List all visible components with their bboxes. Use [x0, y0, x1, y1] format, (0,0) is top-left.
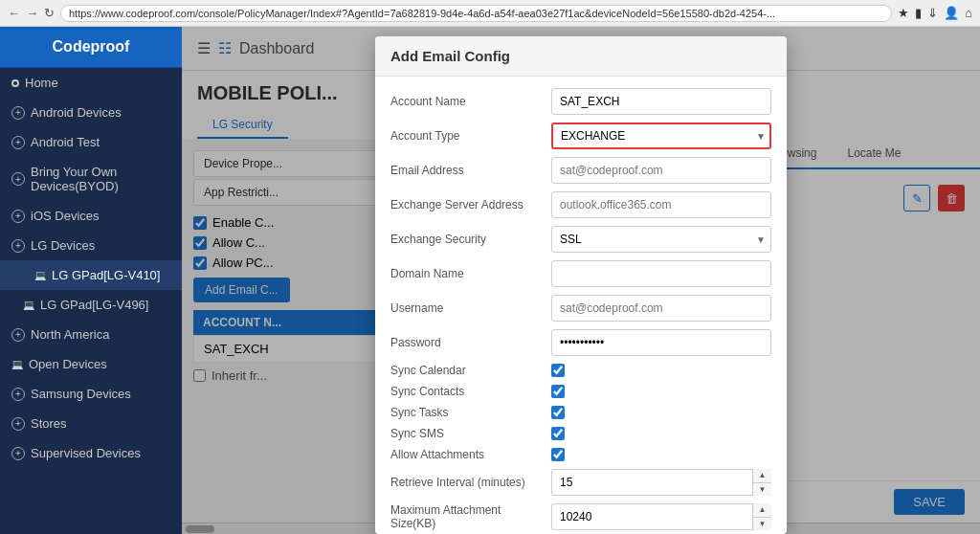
checkbox-sync-calendar[interactable]	[551, 364, 565, 377]
label-account-name: Account Name	[390, 95, 544, 108]
modal-overlay: Add Email Config Account Name Account Ty…	[182, 27, 980, 534]
plus-icon: +	[11, 328, 25, 342]
field-exchange-security: Exchange Security SSL TLS None ▼	[390, 226, 771, 253]
label-exchange-security: Exchange Security	[390, 233, 544, 246]
sidebar-item-stores[interactable]: + Stores	[0, 409, 182, 438]
label-sync-calendar: Sync Calendar	[390, 364, 544, 377]
person-icon[interactable]: 👤	[944, 6, 959, 20]
field-sync-sms: Sync SMS	[390, 427, 771, 440]
sidebar-brand: Codeproof	[0, 27, 182, 68]
sidebar-item-home[interactable]: Home	[0, 68, 182, 98]
field-max-attachment-size: Maximum Attachment Size(KB) ▲ ▼	[390, 503, 771, 530]
field-exchange-server: Exchange Server Address	[390, 191, 771, 218]
modal-title: Add Email Config	[375, 36, 787, 77]
spinner-retrieve-interval-wrap: ▲ ▼	[551, 469, 771, 496]
device-icon: 💻	[34, 270, 46, 280]
field-domain-name: Domain Name	[390, 260, 771, 287]
sidebar-item-label: LG GPad[LG-V496]	[40, 298, 148, 312]
forward-icon[interactable]: →	[26, 6, 38, 20]
sidebar-item-samsung[interactable]: + Samsung Devices	[0, 379, 182, 409]
sidebar-item-label: LG GPad[LG-V410]	[52, 268, 160, 282]
label-account-type: Account Type	[390, 129, 544, 143]
sidebar-item-label: Open Devices	[29, 357, 107, 371]
add-email-config-modal: Add Email Config Account Name Account Ty…	[375, 36, 787, 534]
browser-bar: ← → ↻ https://www.codeproof.com/console/…	[0, 0, 980, 27]
label-domain-name: Domain Name	[390, 267, 544, 280]
sidebar-item-label: LG Devices	[31, 238, 95, 253]
label-username: Username	[390, 301, 544, 315]
label-password: Password	[390, 336, 544, 349]
sidebar-item-ios[interactable]: + iOS Devices	[0, 201, 182, 231]
sidebar-item-label: Home	[25, 76, 58, 90]
label-retrieve-interval: Retrieve Interval (minutes)	[390, 476, 544, 489]
input-exchange-server[interactable]	[551, 191, 771, 218]
input-retrieve-interval[interactable]	[551, 469, 771, 496]
sidebar-item-android[interactable]: + Android Devices	[0, 98, 182, 127]
modal-body: Account Name Account Type EXCHANGE ▼	[375, 77, 787, 534]
star-icon[interactable]: ★	[898, 6, 909, 20]
sidebar-item-north-america[interactable]: + North America	[0, 320, 182, 349]
spinner-up-button[interactable]: ▲	[753, 469, 771, 483]
select-exchange-security[interactable]: SSL TLS None	[551, 226, 771, 253]
device-icon: 💻	[11, 359, 23, 369]
input-email-address[interactable]	[551, 157, 771, 184]
url-bar[interactable]: https://www.codeproof.com/console/Policy…	[60, 5, 892, 22]
field-sync-contacts: Sync Contacts	[390, 385, 771, 398]
download-icon[interactable]: ⇓	[927, 6, 938, 20]
spinner-max-attachment-wrap: ▲ ▼	[551, 503, 771, 530]
field-sync-calendar: Sync Calendar	[390, 364, 771, 377]
spinner-buttons: ▲ ▼	[752, 469, 771, 496]
field-account-name: Account Name	[390, 88, 771, 115]
plus-icon: +	[11, 172, 25, 186]
spinner-down-button-2[interactable]: ▼	[753, 518, 771, 531]
input-account-name[interactable]	[551, 88, 771, 115]
input-username[interactable]	[551, 295, 771, 322]
spinner-up-button-2[interactable]: ▲	[753, 503, 771, 518]
sidebar-item-label: Android Devices	[31, 105, 122, 120]
checkbox-sync-sms[interactable]	[551, 427, 565, 440]
input-domain-name[interactable]	[551, 260, 771, 287]
input-max-attachment-size[interactable]	[551, 503, 771, 530]
plus-icon: +	[11, 239, 25, 253]
reload-icon[interactable]: ↻	[44, 6, 55, 20]
input-password[interactable]	[551, 329, 771, 356]
back-icon[interactable]: ←	[8, 6, 20, 20]
sidebar-item-open-devices[interactable]: 💻 Open Devices	[0, 349, 182, 379]
plus-icon: +	[11, 106, 25, 120]
label-sync-contacts: Sync Contacts	[390, 385, 544, 398]
field-retrieve-interval: Retrieve Interval (minutes) ▲ ▼	[390, 469, 771, 496]
plus-icon: +	[11, 417, 25, 431]
sidebar-item-label: Android Test	[31, 135, 100, 149]
content-area: ☰ ☷ Dashboard MOBILE POLI... LG Security…	[182, 27, 980, 534]
field-account-type: Account Type EXCHANGE ▼	[390, 122, 771, 149]
home-nav-icon[interactable]: ⌂	[965, 6, 972, 20]
plus-icon: +	[11, 447, 25, 460]
checkbox-sync-tasks[interactable]	[551, 406, 565, 419]
checkbox-allow-attachments[interactable]	[551, 448, 565, 461]
plus-icon: +	[11, 210, 25, 223]
sidebar-item-byod[interactable]: + Bring Your Own Devices(BYOD)	[0, 157, 182, 201]
sidebar-item-label: Stores	[31, 416, 67, 431]
sidebar-item-label: Samsung Devices	[31, 387, 131, 401]
sidebar-item-label: Bring Your Own Devices(BYOD)	[31, 165, 170, 193]
field-username: Username	[390, 295, 771, 322]
device-icon: 💻	[23, 300, 34, 310]
checkbox-sync-contacts[interactable]	[551, 385, 565, 398]
field-email-address: Email Address	[390, 157, 771, 184]
sidebar-item-supervised[interactable]: + Supervised Devices	[0, 438, 182, 468]
label-max-attachment-size: Maximum Attachment Size(KB)	[390, 503, 544, 530]
home-dot-icon	[11, 79, 19, 87]
select-account-type[interactable]: EXCHANGE	[551, 122, 771, 149]
label-email-address: Email Address	[390, 164, 544, 177]
sidebar-item-lg-v410[interactable]: 💻 LG GPad[LG-V410]	[0, 260, 182, 290]
sidebar-item-android-test[interactable]: + Android Test	[0, 127, 182, 157]
sidebar-item-lg-devices[interactable]: + LG Devices	[0, 231, 182, 260]
label-sync-sms: Sync SMS	[390, 427, 544, 440]
label-allow-attachments: Allow Attachments	[390, 448, 544, 461]
label-sync-tasks: Sync Tasks	[390, 406, 544, 419]
sidebar-item-label: iOS Devices	[31, 209, 100, 223]
bookmark-icon[interactable]: ▮	[915, 6, 922, 20]
plus-icon: +	[11, 136, 25, 149]
spinner-down-button[interactable]: ▼	[753, 483, 771, 497]
sidebar-item-lg-v496[interactable]: 💻 LG GPad[LG-V496]	[0, 290, 182, 320]
